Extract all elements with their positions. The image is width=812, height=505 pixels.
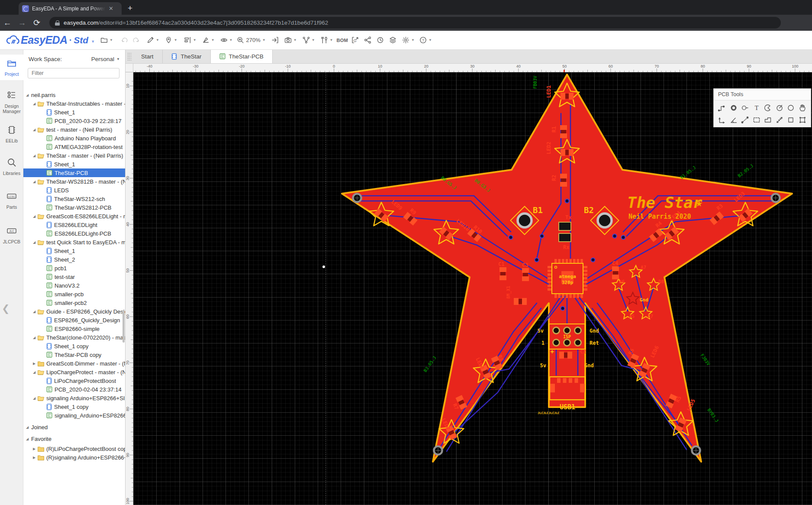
bom-button[interactable]: BOM [336, 38, 348, 43]
camera-button[interactable]: ▼ [284, 36, 297, 44]
tree-item[interactable]: Sheet_2 [23, 255, 125, 264]
workspace-select[interactable]: Personal ▼ [91, 56, 120, 62]
mounting-hole[interactable] [353, 194, 361, 202]
sidebar-item-parts[interactable]: LCSC Parts [0, 188, 23, 213]
component-pads[interactable] [522, 268, 529, 281]
pad-tool-icon[interactable] [728, 102, 740, 114]
sidebar-item-libraries[interactable]: Libraries [0, 154, 23, 179]
tree-item[interactable]: ◢TheStar-Instructables - master - (N [23, 99, 125, 108]
sidebar-item-design-manager[interactable]: Design Manager [0, 87, 23, 117]
via[interactable] [509, 236, 513, 240]
track-tool-icon[interactable] [716, 102, 728, 114]
mounting-hole[interactable] [692, 447, 700, 455]
tree-item[interactable]: ◢signaling Arduino+ESP8266+SIM8 [23, 394, 125, 402]
help-button[interactable]: ?▼ [419, 36, 432, 44]
tree-item[interactable]: signaling_Arduino+ESP8266+SIM [23, 411, 125, 420]
tree-expand-icon[interactable]: ◢ [32, 240, 36, 244]
doc-tab-thestar[interactable]: TheStar [163, 50, 211, 63]
tree-item[interactable]: TheStar-WS212-sch [23, 194, 125, 203]
tree-item[interactable]: ▶(R)signaling Arduino+ESP8266+SI [23, 453, 125, 462]
solid-region-tool-icon[interactable] [762, 114, 774, 126]
tree-item[interactable]: Sheet_1 copy [23, 342, 125, 350]
settings-button[interactable]: ▼ [402, 36, 415, 44]
new-tab-button[interactable]: + [128, 3, 132, 13]
zoom-button[interactable]: 270%▼ [237, 36, 266, 44]
component-pads[interactable] [559, 352, 572, 359]
sidebar-item-jlcpcb[interactable]: JLC JLCPCB [0, 222, 23, 248]
tree-item[interactable]: ES8266LEDLight [23, 220, 125, 229]
pencil-button[interactable]: ▼ [147, 36, 159, 44]
hole-tool-icon[interactable] [785, 114, 797, 126]
tree-expand-icon[interactable]: ◢ [32, 154, 36, 158]
align-button[interactable]: ▼ [184, 36, 197, 44]
share-button[interactable] [364, 36, 371, 44]
via-tool-icon[interactable] [739, 102, 751, 114]
tree-expand-icon[interactable]: ◢ [32, 370, 36, 374]
tree-expand-icon[interactable]: ◢ [32, 180, 36, 184]
via[interactable] [535, 258, 539, 262]
address-bar[interactable]: easyeda.com/editor#id=13bf16ef68674ac2a0… [49, 17, 781, 29]
tree-expand-icon[interactable]: ◢ [25, 437, 29, 441]
folder-button[interactable]: ▼ [100, 36, 113, 44]
pcb-board[interactable]: LED1R1LED2R2LED9R9LED10R10LED3R3LED4R4LE… [126, 64, 812, 505]
reload-icon[interactable]: ⟳ [29, 18, 44, 28]
import-button[interactable] [271, 36, 279, 44]
tree-item[interactable]: ▶(R)LiPoChargeProtectBoost copy - [23, 444, 125, 453]
tree-item[interactable]: ◢TheStar - master - (Neil Parris) [23, 151, 125, 160]
via[interactable] [613, 234, 617, 238]
eye-button[interactable]: ▼ [220, 36, 233, 44]
route-button[interactable]: ▼ [303, 36, 315, 44]
mounting-hole[interactable] [434, 447, 442, 455]
tree-item[interactable]: PCB_2020-02-04 23:37:14 [23, 385, 125, 394]
via[interactable] [622, 236, 625, 240]
forward-icon[interactable]: → [15, 18, 29, 28]
tree-item[interactable]: ▶GreatScott-Dimmer - master - (Neil [23, 359, 125, 368]
tree-item[interactable]: smaller-pcb [23, 290, 125, 298]
angle-tool-icon[interactable] [728, 114, 740, 126]
tree-item[interactable]: smaller-pcb2 [23, 298, 125, 307]
tree-item[interactable]: Sheet_1 [23, 160, 125, 168]
component-pads[interactable] [499, 267, 506, 280]
arc-center-tool-icon[interactable] [774, 102, 786, 114]
tree-item[interactable]: LiPoChargeProtectBoost [23, 376, 125, 385]
tree-item[interactable]: Arduino Nano Playboard [23, 134, 125, 142]
tree-item[interactable]: ◢neil.parris [23, 91, 125, 99]
tree-expand-icon[interactable]: ◢ [32, 310, 36, 314]
tree-expand-icon[interactable]: ◢ [32, 214, 36, 218]
doc-tab-start[interactable]: Start [132, 50, 163, 63]
component-pads[interactable] [514, 298, 527, 305]
tree-item[interactable]: ◢GreatScott-ES8266LEDLight - mas [23, 212, 125, 220]
tree-item[interactable]: TheStar-PCB copy [23, 350, 125, 359]
tree-item[interactable]: pcb1 [23, 264, 125, 272]
measure-tool-icon[interactable] [774, 114, 786, 126]
tree-item[interactable]: ◢LipoChargeProtect - master - (Neil [23, 368, 125, 376]
tree-item[interactable]: LEDS [23, 186, 125, 194]
txrx-pad[interactable] [559, 233, 571, 242]
panel-scrollbar[interactable] [122, 310, 125, 343]
browser-tab[interactable]: EasyEDA - A Simple and Powerfu ✕ [19, 2, 122, 15]
via[interactable] [561, 307, 565, 311]
tree-item-selected[interactable]: TheStar-PCB [23, 168, 125, 177]
tree-item[interactable]: ◢TheStar(clone-07022020) - master [23, 333, 125, 342]
tree-expand-icon[interactable]: ◢ [25, 425, 29, 429]
tree-item[interactable]: ES8266LEDLight-PCB [23, 229, 125, 238]
selection-handle[interactable] [322, 265, 325, 268]
tree-expand-icon[interactable]: ◢ [32, 396, 36, 400]
back-icon[interactable]: ← [0, 18, 15, 28]
undo-button[interactable] [121, 36, 128, 44]
tree-expand-icon[interactable]: ◢ [25, 93, 29, 97]
tree-item[interactable]: ATMEGA328P-rotation-test [23, 142, 125, 151]
component-pads[interactable] [612, 266, 619, 279]
tree-expand-icon[interactable]: ◢ [32, 128, 36, 132]
tree-item[interactable]: NanoV3.2 [23, 281, 125, 290]
sidebar-item-eelib[interactable]: EELib [0, 121, 23, 147]
tree-item[interactable]: Sheet_1 [23, 246, 125, 255]
via[interactable] [540, 234, 544, 238]
tree-item[interactable]: test-star [23, 272, 125, 281]
pcb-tools-title[interactable]: PCB Tools [714, 89, 811, 100]
sidebar-item-project[interactable]: Project [0, 55, 23, 80]
doc-tab-thestar-pcb[interactable]: TheStar-PCB [211, 50, 273, 63]
export-g-button[interactable]: G [351, 36, 359, 44]
image-tool-icon[interactable] [797, 114, 809, 126]
copper-area-tool-icon[interactable] [751, 114, 763, 126]
